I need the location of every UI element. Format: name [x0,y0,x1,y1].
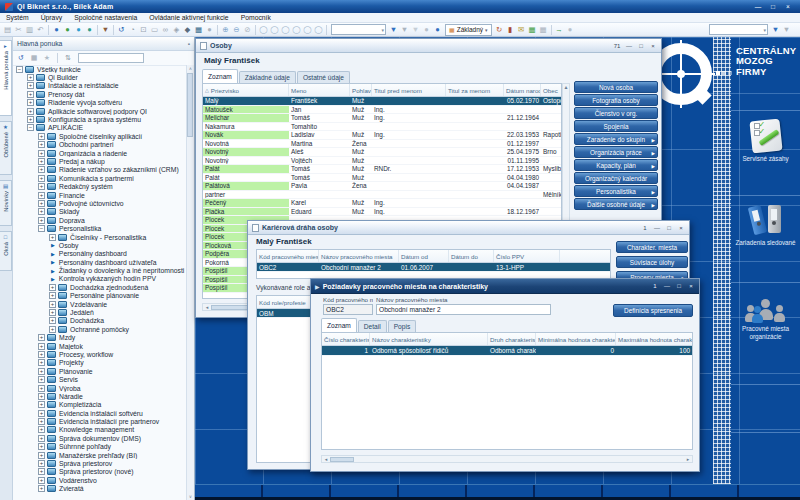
expand-icon[interactable]: + [38,359,45,366]
personalistika-button[interactable]: Personalistika▶ [574,185,658,197]
toolbar-icon-state-1[interactable]: ◯ [258,24,269,35]
suvisiace-ulohy-button[interactable]: Súvisiace úlohy [616,256,688,268]
tree-item-kompletizacia[interactable]: +Kompletizácia [13,401,187,409]
menu-ovladanie-aktivnej-funkcie[interactable]: Ovládanie aktívnej funkcie [143,14,234,21]
toolbar-icon-orb-2[interactable]: ● [565,24,576,35]
tree-item-suhrnne-pohlady[interactable]: +Súhrnné pohľady [13,443,187,451]
toolbar-icon-lock[interactable]: ◆ [182,24,193,35]
toolbar-icon-globe[interactable]: ● [432,24,443,35]
toolbar-icon-filter-off[interactable]: ⊘ [242,24,253,35]
organizacny-kalendar-button[interactable]: Organizačný kalendár [574,172,658,184]
expand-icon[interactable]: + [38,133,45,140]
maximize-icon[interactable]: □ [675,283,683,289]
toolbar-icon-cut[interactable]: ✂ [13,24,24,35]
toolbar-icon-state-3[interactable]: ◯ [280,24,291,35]
field-nazov-pracovneho-miesta[interactable]: Obchodní manažer 2 [376,304,551,315]
tree-item-naradie[interactable]: +Náradie [13,392,187,400]
expand-icon[interactable]: + [27,116,34,123]
column-header-datum-narodenia[interactable]: Dátum narodenia [504,84,541,96]
collapse-icon[interactable]: − [38,225,45,232]
column-header-kod-pracovneho-miesta[interactable]: Kód pracovného miesta [257,250,319,262]
expand-icon[interactable]: + [49,317,56,324]
toolbar-icon-link[interactable]: ∞ [160,24,171,35]
tree-item-instalacie-a-reinstalacie[interactable]: +Inštalácie a reinštalácie [13,82,187,90]
nav-refresh-icon[interactable]: ↺ [16,53,26,63]
expand-icon[interactable]: + [38,334,45,341]
toolbar-icon-state-4[interactable]: ◯ [291,24,302,35]
expand-icon[interactable]: + [38,368,45,375]
tree-item-evidencia-instalacii-softveru[interactable]: +Evidencia inštalácií softvéru [13,409,187,417]
close-icon[interactable]: × [687,283,695,289]
tree-item-sprava-priestorov[interactable]: +Správa priestorov [13,459,187,467]
kapacity-plan-button[interactable]: Kapacity, plán▶ [574,159,658,171]
tab-ostatne-udaje[interactable]: Ostatné údaje [297,71,350,83]
toolbar-icon-add[interactable]: ⊕ [220,24,231,35]
expand-icon[interactable]: + [27,99,34,106]
column-header-datum-od[interactable]: Dátum od [399,250,449,262]
toolbar-icon-detach[interactable]: ⊡ [138,24,149,35]
nav-favorite-icon[interactable]: ★ [42,53,52,63]
toolbar-quick-filter-combo[interactable]: ▾ [331,24,386,35]
expand-icon[interactable]: + [38,393,45,400]
toolbar-icon-refresh[interactable]: ↺ [116,24,127,35]
expand-icon[interactable]: + [38,410,45,417]
toolbar-icon-paste[interactable]: ▥ [24,24,35,35]
tree-item-servis[interactable]: +Servis [13,375,187,383]
tree-item-vodarenstvo[interactable]: +Vodárenstvo [13,476,187,484]
expand-icon[interactable]: + [49,292,56,299]
expand-icon[interactable]: + [27,82,34,89]
toolbar-icon-filter-apply[interactable]: ▼ [388,24,399,35]
menu-upravy[interactable]: Úpravy [35,14,69,21]
tab-zoznam[interactable]: Zoznam [202,69,238,83]
poziadavky-title-bar[interactable]: ▶ Požiadavky pracovného miesta na charak… [311,279,699,294]
spojenia-button[interactable]: Spojenia [574,120,658,132]
sidebar-tab-okna[interactable]: □Okná [0,231,12,271]
table-row[interactable]: MelicharTomášMužIng.21.12.1964 [203,114,561,123]
toolbar-icon-print[interactable]: ▦ [193,24,204,35]
tree-item-ciselniky-personalistika[interactable]: +Číselníky - Personalistika [13,233,187,241]
menu-spolocne-nastavenia[interactable]: Spoločné nastavenia [68,14,143,21]
tree-item-obchodni-partneri[interactable]: +Obchodní partneri [13,141,187,149]
toolbar-icon-filter-save[interactable]: ▼ [410,24,421,35]
minimize-icon[interactable]: — [653,225,661,231]
tree-item-knowledge-management[interactable]: +Knowledge management [13,426,187,434]
toolbar-icon-filter-clear[interactable]: ▼ [399,24,410,35]
toolbar-icon-grid-gray[interactable]: ▦ [538,24,549,35]
toolbar-profile-dropdown[interactable]: ▦Základný▾ [445,24,492,36]
maximize-icon[interactable]: □ [665,225,673,231]
osoby-title-bar[interactable]: Osoby 71 — □ × [196,39,661,53]
kariera-title-bar[interactable]: Kariérová dráha osoby 1 — □ × [248,221,689,235]
tree-item-personalne-planovanie[interactable]: +Personálne plánovanie [13,292,187,300]
shortcut-zariadenia-sledovane[interactable]: Zariadenia sledované [731,195,800,282]
toolbar-icon-pin[interactable]: ▼ [100,24,111,35]
tree-item-doprava[interactable]: +Doprava [13,216,187,224]
toolbar-icon-state-6[interactable]: ◯ [313,24,324,35]
tree-item-ochranne-pomocky[interactable]: +Ochranné pomôcky [13,325,187,333]
toolbar-icon-module-cyan[interactable]: ● [73,24,84,35]
column-header-cislo-charakteristiky[interactable]: Číslo charakteristiky [322,333,370,345]
charakter-miesta-button[interactable]: Charakter. miesta [616,241,688,253]
characteristics-hscrollbar[interactable]: ◂▸ [321,455,693,463]
tree-item-manazerske-prehlady-bi[interactable]: +Manažérske prehľady (BI) [13,451,187,459]
tree-item-riadenie-vyvoja-softveru[interactable]: +Riadenie vývoja softvéru [13,99,187,107]
toolbar-icon-export[interactable]: → [554,24,565,35]
pin-icon[interactable]: ▪ [188,41,190,47]
tree-item-aplikacie[interactable]: −APLIKÁCIE [13,124,187,132]
expand-icon[interactable]: + [38,183,45,190]
expand-icon[interactable]: + [38,477,45,484]
app-title-bar[interactable]: QI Biknet s.r.o., Bílek Adam — □ × [0,0,800,13]
column-header-datum-do[interactable]: Dátum do [449,250,494,262]
table-row[interactable]: PečenýKarelMužIng. [203,199,561,208]
tree-item-osoby[interactable]: ▶Osoby [13,241,187,249]
shortcut-pracovne-miesta[interactable]: Pracovné miesta organizácie [731,282,800,385]
column-header-meno[interactable]: Meno [289,84,350,96]
expand-icon[interactable]: + [38,401,45,408]
expand-icon[interactable]: + [38,418,45,425]
expand-icon[interactable]: + [38,217,45,224]
tree-item-vzdelavanie[interactable]: +Vzdelávanie [13,300,187,308]
column-header-titul-za-menom[interactable]: Titul za menom [446,84,504,96]
column-header-druh-charakteristiky[interactable]: Druh charakteristiky [488,333,536,345]
clenstvo-v-org-button[interactable]: Členstvo v org. [574,107,658,119]
tab-detail[interactable]: Detail [358,320,387,332]
tree-item-dochadzka-zjednodusena[interactable]: +Dochádzka zjednodušená [13,283,187,291]
